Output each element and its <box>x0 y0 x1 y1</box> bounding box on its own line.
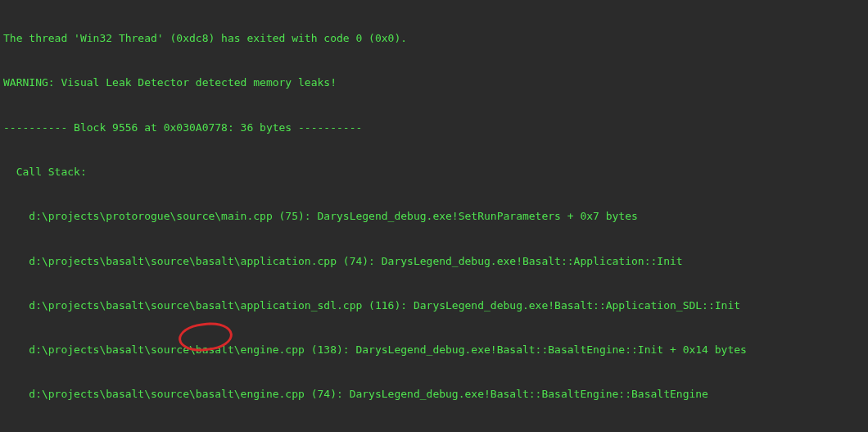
console-line: d:\projects\basalt\source\basalt\applica… <box>3 298 865 313</box>
console-line: ---------- Block 9556 at 0x030A0778: 36 … <box>3 121 865 135</box>
console-line: The thread 'Win32 Thread' (0xdc8) has ex… <box>3 31 865 46</box>
console-line: Call Stack: <box>3 165 865 180</box>
console-line: d:\projects\protorogue\source\main.cpp (… <box>3 209 865 224</box>
console-line: d:\projects\basalt\source\basalt\applica… <box>3 254 865 269</box>
console-line: d:\projects\basalt\source\basalt\engine.… <box>3 343 865 357</box>
console-line: WARNING: Visual Leak Detector detected m… <box>3 75 865 90</box>
console-line: d:\projects\basalt\source\basalt\engine.… <box>3 387 865 402</box>
debug-output-console: The thread 'Win32 Thread' (0xdc8) has ex… <box>0 0 868 432</box>
